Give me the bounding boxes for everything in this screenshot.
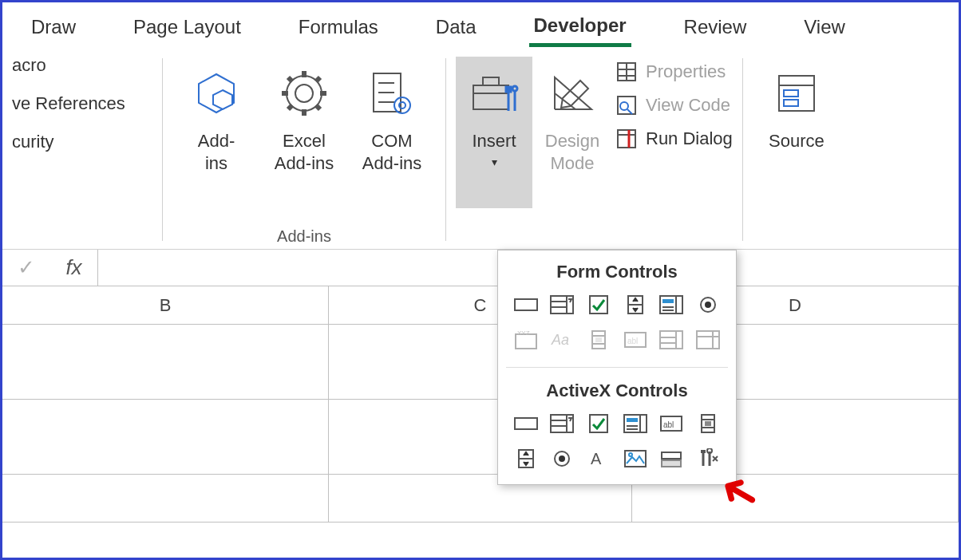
dropdown-separator bbox=[506, 367, 728, 368]
com-addins-button[interactable]: COM Add-ins bbox=[348, 57, 436, 208]
listbox-icon[interactable] bbox=[657, 290, 687, 319]
svg-rect-64 bbox=[660, 331, 682, 349]
svg-rect-23 bbox=[506, 87, 511, 92]
cell[interactable] bbox=[2, 475, 329, 522]
ax-toggle-icon[interactable] bbox=[657, 444, 687, 473]
formula-bar: ✓ fx bbox=[2, 250, 959, 286]
tab-page-layout[interactable]: Page Layout bbox=[129, 8, 246, 45]
tab-developer[interactable]: Developer bbox=[529, 6, 631, 47]
svg-rect-93 bbox=[625, 451, 646, 467]
svg-rect-20 bbox=[483, 77, 499, 85]
svg-point-100 bbox=[707, 448, 712, 453]
combobox-icon[interactable] bbox=[548, 290, 578, 319]
properties-button[interactable]: Properties bbox=[612, 61, 733, 82]
svg-rect-19 bbox=[473, 85, 508, 93]
option-icon[interactable] bbox=[693, 290, 723, 319]
design-mode-button[interactable]: Design Mode bbox=[532, 57, 612, 208]
svg-rect-99 bbox=[701, 450, 706, 453]
textfield-icon[interactable]: abl bbox=[620, 325, 651, 354]
svg-rect-79 bbox=[627, 418, 638, 422]
svg-line-10 bbox=[316, 77, 320, 81]
ax-more-controls-icon[interactable] bbox=[693, 444, 723, 473]
chevron-down-icon: ▾ bbox=[492, 156, 497, 168]
insert-label: Insert bbox=[472, 130, 516, 152]
svg-rect-76 bbox=[590, 415, 607, 432]
view-code-label: View Code bbox=[646, 95, 730, 116]
excel-addins-button[interactable]: Excel Add-ins bbox=[260, 57, 348, 208]
excel-addins-label: Excel Add-ins bbox=[275, 130, 334, 174]
xml-group: Source bbox=[743, 50, 850, 249]
svg-rect-18 bbox=[473, 85, 508, 109]
run-dialog-button[interactable]: Run Dialog bbox=[612, 128, 733, 149]
svg-rect-38 bbox=[784, 90, 798, 97]
svg-text:abl: abl bbox=[663, 420, 674, 429]
button-icon[interactable] bbox=[511, 290, 541, 319]
svg-rect-96 bbox=[662, 460, 681, 467]
tab-draw[interactable]: Draw bbox=[26, 8, 81, 45]
svg-rect-71 bbox=[515, 418, 537, 429]
svg-point-94 bbox=[629, 453, 632, 456]
source-label: Source bbox=[769, 130, 825, 152]
combo-drop-icon[interactable] bbox=[693, 325, 723, 354]
ax-scrollbar-icon[interactable] bbox=[693, 409, 723, 438]
code-group: acro ve References curity bbox=[2, 50, 162, 249]
ax-combobox-icon[interactable] bbox=[548, 409, 578, 438]
cell[interactable] bbox=[2, 325, 329, 399]
tab-review[interactable]: Review bbox=[679, 8, 752, 45]
addins-button[interactable]: Add- ins bbox=[172, 57, 260, 208]
svg-line-8 bbox=[288, 77, 292, 81]
gear-icon bbox=[279, 63, 329, 124]
label-icon[interactable]: Aa bbox=[548, 325, 578, 354]
svg-point-91 bbox=[559, 455, 565, 462]
ax-listbox-icon[interactable] bbox=[620, 409, 651, 438]
groupbox-icon[interactable]: XYZ bbox=[511, 325, 541, 354]
ax-textbox-icon[interactable]: abl bbox=[657, 409, 687, 438]
fx-button[interactable]: fx bbox=[50, 250, 98, 286]
checkbox-icon[interactable] bbox=[583, 290, 614, 319]
controls-group: Insert ▾ Design Mode Properties bbox=[446, 50, 742, 249]
combo-list-icon[interactable] bbox=[657, 325, 687, 354]
svg-line-9 bbox=[316, 105, 320, 109]
svg-rect-68 bbox=[697, 331, 719, 349]
com-addins-icon bbox=[367, 63, 417, 124]
column-headers: B C D bbox=[2, 286, 959, 325]
svg-rect-87 bbox=[705, 421, 711, 426]
view-code-button[interactable]: View Code bbox=[612, 95, 733, 116]
ax-commandbutton-icon[interactable] bbox=[511, 409, 541, 438]
column-header-b[interactable]: B bbox=[2, 286, 329, 324]
tab-formulas[interactable]: Formulas bbox=[294, 8, 383, 45]
ax-image-icon[interactable] bbox=[620, 444, 651, 473]
addins-group: Add- ins Excel Add-ins COM Add-ins Add-i… bbox=[163, 50, 445, 249]
activex-controls-heading: ActiveX Controls bbox=[498, 373, 736, 408]
use-relative-references-button[interactable]: ve References bbox=[12, 93, 152, 114]
macro-security-button[interactable]: curity bbox=[12, 132, 152, 152]
ax-label-icon[interactable]: A bbox=[583, 444, 614, 473]
insert-controls-button[interactable]: Insert ▾ bbox=[456, 57, 532, 208]
svg-rect-61 bbox=[595, 337, 602, 342]
tab-data[interactable]: Data bbox=[431, 8, 481, 45]
ax-option-icon[interactable] bbox=[548, 444, 578, 473]
cell[interactable] bbox=[2, 400, 329, 474]
properties-label: Properties bbox=[646, 61, 726, 82]
controls-mini-list: Properties View Code Run Dialog bbox=[612, 57, 733, 225]
ax-spin-icon[interactable] bbox=[511, 444, 541, 473]
ribbon: acro ve References curity Add- ins Excel… bbox=[2, 50, 959, 250]
spin-icon[interactable] bbox=[620, 290, 651, 319]
form-controls-grid: XYZAaabl bbox=[498, 289, 736, 362]
source-button[interactable]: Source bbox=[753, 57, 840, 208]
source-icon bbox=[774, 63, 819, 124]
worksheet-grid[interactable] bbox=[2, 325, 959, 523]
addins-label: Add- ins bbox=[198, 130, 235, 174]
design-mode-icon bbox=[548, 63, 596, 124]
svg-text:XYZ: XYZ bbox=[517, 329, 530, 337]
svg-rect-33 bbox=[618, 130, 635, 148]
cancel-icon[interactable]: ✓ bbox=[2, 255, 50, 280]
ax-checkbox-icon[interactable] bbox=[583, 409, 614, 438]
view-code-icon bbox=[612, 95, 641, 116]
scrollbar-icon[interactable] bbox=[583, 325, 614, 354]
activex-controls-grid: ablA bbox=[498, 408, 736, 481]
tab-view[interactable]: View bbox=[799, 8, 850, 45]
record-macro-button[interactable]: acro bbox=[12, 55, 152, 76]
design-mode-label: Design Mode bbox=[545, 130, 599, 174]
svg-rect-45 bbox=[590, 296, 607, 314]
